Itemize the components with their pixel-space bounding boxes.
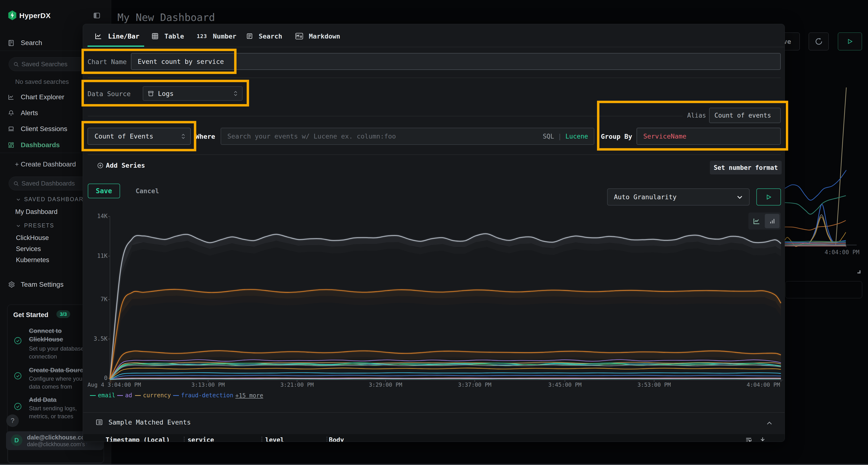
run-query-button[interactable]: [756, 189, 781, 205]
sql-toggle[interactable]: SQL: [543, 133, 554, 140]
bell-icon: [8, 110, 14, 117]
tab-label: Markdown: [309, 33, 340, 40]
get-started-item-title[interactable]: Connect toClickHouse: [29, 327, 63, 343]
legend-item[interactable]: currency: [135, 392, 171, 399]
tab-markdown[interactable]: Markdown: [296, 31, 340, 41]
granularity-select[interactable]: Auto Granularity: [607, 189, 750, 205]
get-started-item-title[interactable]: Create Data Source: [29, 366, 87, 374]
cancel-label: Cancel: [135, 187, 159, 195]
sidebar-collapse-icon[interactable]: [93, 12, 100, 19]
legend-label: ad: [125, 392, 132, 399]
x-axis-tick-label: 3:45:00 PM: [536, 381, 594, 388]
chevron-down-icon: [16, 223, 21, 228]
events-table-header: Timestamp (Local)servicelevelBody⋮⋮⋮: [83, 434, 785, 442]
where-input[interactable]: Search your events w/ Lucene ex. column:…: [221, 128, 594, 145]
x-axis-tick-label: Aug 4 3:04:00 PM: [88, 381, 141, 388]
tab-search[interactable]: Search: [246, 31, 282, 41]
lucene-toggle[interactable]: Lucene: [565, 133, 588, 140]
add-series-button[interactable]: Add Series: [97, 162, 145, 169]
column-resize-dots[interactable]: ⋮: [324, 436, 330, 442]
journal-icon: [8, 39, 14, 46]
where-placeholder: Search your events w/ Lucene ex. column:…: [227, 133, 396, 140]
get-started-item-title[interactable]: Add Data: [29, 396, 56, 404]
check-circle-icon: [14, 402, 22, 410]
saved-dashboard-item[interactable]: My Dashboard: [15, 208, 58, 215]
chevron-up-icon[interactable]: [766, 420, 773, 427]
set-number-format-button[interactable]: Set number format: [710, 161, 782, 174]
y-axis-tick-label: 14K: [88, 213, 107, 220]
column-resize-dots[interactable]: ⋮: [259, 436, 265, 442]
x-axis-tick-label: 3:37:00 PM: [446, 381, 504, 388]
preview-line-chart: [108, 215, 783, 383]
separator: [88, 116, 683, 117]
hyperdx-logo-icon: [8, 10, 17, 21]
save-button[interactable]: Save: [88, 184, 120, 198]
doc-list-icon: [246, 33, 253, 40]
saved-dashboards-placeholder: Saved Dashboards: [22, 180, 75, 187]
x-axis-tick-label: 3:13:00 PM: [179, 381, 237, 388]
chart-series-(unlabeled-6): [110, 365, 781, 380]
sidebar-item-label: Client Sessions: [21, 125, 67, 133]
dashboard-icon: [8, 142, 14, 148]
tab-label: Search: [259, 33, 282, 40]
y-axis-tick-label: 3.5K: [88, 335, 107, 342]
y-axis-tick-label: 7K: [88, 296, 107, 303]
dashboard-refresh-button[interactable]: [809, 33, 829, 51]
presets-section-header[interactable]: PRESETS: [16, 222, 54, 229]
tile-series-steep-tan: [836, 88, 846, 245]
table-icon: [151, 33, 159, 40]
tile-series-flat-blue: [785, 242, 846, 243]
legend-more-link[interactable]: +15 more: [235, 392, 263, 399]
create-dashboard-label: Create Dashboard: [21, 161, 76, 168]
sample-events-header[interactable]: Sample Matched Events: [95, 419, 191, 426]
dashboard-play-button[interactable]: [838, 33, 862, 51]
sidebar-item-label: Search: [21, 39, 42, 47]
add-series-label: Add Series: [106, 162, 145, 169]
chart-icon: [8, 94, 14, 100]
preset-item[interactable]: Kubernetes: [16, 256, 49, 264]
tab-number[interactable]: 123Number: [197, 31, 236, 41]
tab-line-bar[interactable]: Line/Bar: [94, 31, 140, 41]
cancel-button[interactable]: Cancel: [126, 184, 169, 198]
search-icon: [13, 61, 19, 67]
column-resize-dots[interactable]: ⋮: [181, 436, 187, 442]
y-axis-tick-label: 0: [88, 375, 107, 381]
legend-item[interactable]: email: [90, 392, 115, 399]
legend-label: email: [98, 392, 115, 399]
chart-series-(unlabeled-5): [110, 364, 781, 379]
saved-dashboards-section-header[interactable]: SAVED DASHBOARDS: [16, 196, 93, 203]
tile-series-teal-wave: [785, 196, 846, 214]
y-axis-tick-label: 11K: [88, 253, 107, 259]
where-label: Where: [195, 133, 215, 140]
legend-item[interactable]: ad: [117, 392, 132, 399]
user-name: dale@clickhouse.com: [27, 434, 90, 441]
tab-table[interactable]: Table: [151, 31, 184, 41]
table-column-timestamp-local-[interactable]: Timestamp (Local): [105, 436, 170, 442]
chart-line-icon: [94, 32, 102, 40]
user-subtitle: dale@clickhouse.com's team: [27, 441, 87, 447]
tabbar-separator: [83, 47, 785, 47]
set-number-format-label: Set number format: [714, 164, 778, 171]
tile-series-flat-purple: [785, 244, 846, 244]
help-button[interactable]: ?: [6, 414, 19, 427]
check-circle-icon: [14, 337, 22, 345]
tile-resize-handle[interactable]: [857, 269, 861, 274]
download-icon[interactable]: [759, 437, 766, 442]
get-started-item-subtitle: Configure where yourdata comes from: [29, 375, 84, 391]
legend-item[interactable]: fraud-detection: [173, 392, 234, 399]
table-column-body[interactable]: Body: [329, 436, 344, 442]
preset-item[interactable]: Services: [16, 245, 41, 253]
sidebar-item-label: Alerts: [21, 109, 38, 117]
table-column-service[interactable]: service: [188, 436, 214, 442]
preset-item[interactable]: ClickHouse: [16, 234, 49, 242]
dashboard-tile-empty: [785, 281, 862, 298]
table-column-level[interactable]: level: [265, 436, 284, 442]
tile-series-flat-slate: [785, 245, 846, 245]
get-started-title: Get Started: [13, 311, 49, 319]
legend-swatch: [135, 395, 141, 396]
check-circle-icon: [14, 372, 22, 380]
wrap-lines-icon[interactable]: [745, 437, 752, 442]
gear-icon: [8, 281, 15, 288]
laptop-icon: [8, 126, 14, 132]
plus-icon: [14, 162, 19, 167]
